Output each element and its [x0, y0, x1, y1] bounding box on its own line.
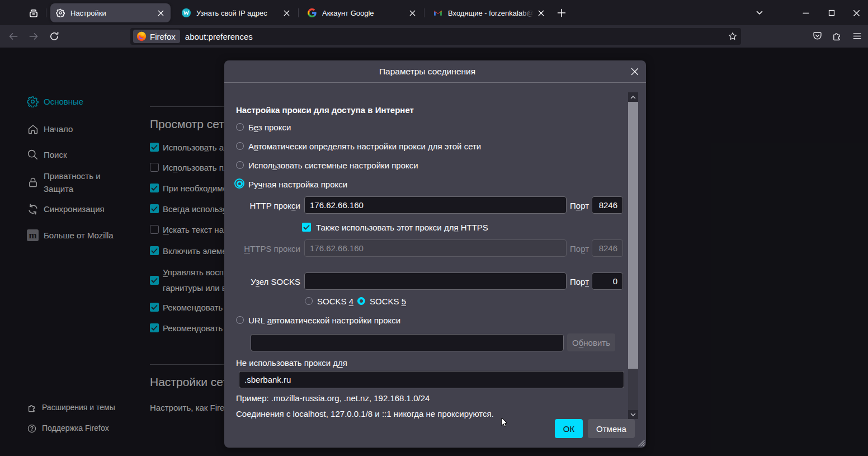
connection-settings-dialog: Параметры соединения Настройка прокси дл… [224, 60, 646, 448]
tab-close-icon[interactable] [157, 9, 165, 17]
socks-port-label: Порт [570, 277, 589, 286]
socks-host-label: Узел SOCKS [224, 277, 300, 286]
refresh-button: Обновить [567, 333, 615, 351]
tab-title-fade [520, 9, 534, 17]
socks-host-input[interactable] [304, 272, 567, 290]
tab-close-icon[interactable] [282, 9, 291, 17]
dialog-title: Параметры соединения [379, 67, 475, 77]
tab-gmail-inbox[interactable]: Входящие - forzenkalab@gmai [428, 3, 551, 22]
tab-close-icon[interactable] [537, 9, 545, 17]
tab-ip-address[interactable]: Узнать свой IP адрес [176, 3, 296, 22]
http-proxy-label: HTTP прокси [224, 201, 300, 210]
tab-title: Входящие - forzenkalab@gmai [448, 9, 534, 17]
tab-title: Узнать свой IP адрес [196, 9, 279, 17]
dialog-titlebar: Параметры соединения [224, 60, 646, 83]
radio-autoconfig-url[interactable] [236, 316, 244, 324]
https-proxy-label: HTTPS прокси [224, 244, 300, 253]
tab-separator [298, 8, 299, 17]
radio-socks5[interactable] [357, 297, 365, 305]
radio-no-proxy[interactable] [236, 123, 244, 131]
w-badge-icon [182, 8, 191, 17]
radio-manual-proxy-label: Ручная настройка прокси [248, 180, 347, 189]
scrollbar-down-icon[interactable] [628, 410, 638, 419]
radio-system-proxy[interactable] [236, 161, 244, 169]
radio-autoconfig-url-label: URL автоматической настройки прокси [248, 316, 400, 325]
gear-icon [56, 8, 65, 17]
tab-title: Аккаунт Google [322, 9, 405, 17]
resize-grip-icon[interactable] [637, 439, 645, 446]
cancel-button[interactable]: Отмена [588, 419, 635, 438]
https-proxy-input: 176.62.66.160 [304, 239, 567, 257]
scrollbar-thumb[interactable] [628, 102, 638, 369]
radio-socks4-label: SOCKS 4 [317, 297, 353, 306]
ok-button[interactable]: ОК [555, 419, 583, 438]
extensions-icon[interactable] [832, 31, 843, 42]
http-proxy-input[interactable]: 176.62.66.160 [304, 196, 567, 214]
window-close-button[interactable] [851, 7, 862, 18]
radio-no-proxy-label: Без прокси [248, 123, 291, 132]
mouse-cursor [499, 417, 511, 429]
url-text: about:preferences [185, 32, 253, 41]
google-icon [308, 8, 317, 17]
tab-close-icon[interactable] [408, 9, 417, 17]
note-text: Соединения с localhost, 127.0.0.1/8 и ::… [236, 409, 494, 419]
forward-button[interactable] [28, 31, 39, 42]
radio-manual-proxy[interactable] [234, 178, 244, 189]
radio-auto-detect[interactable] [236, 142, 244, 150]
tab-settings[interactable]: Настройки [50, 3, 171, 22]
dialog-close-icon[interactable] [630, 67, 639, 76]
preferences-page: Основные Начало Поиск Приватность и Защи… [0, 48, 868, 456]
radio-socks4[interactable] [305, 297, 313, 305]
example-text: Пример: .mozilla-russia.org, .net.nz, 19… [236, 393, 430, 403]
http-port-label: Порт [570, 201, 589, 210]
firefox-view-icon[interactable] [27, 6, 40, 20]
gmail-icon [433, 8, 442, 17]
https-port-label: Порт [570, 244, 589, 253]
https-share-checkbox[interactable] [302, 223, 311, 232]
no-proxy-input[interactable]: .sberbank.ru [239, 371, 624, 388]
https-share-label: Также использовать этот прокси для HTTPS [316, 223, 488, 232]
bookmark-star-icon[interactable] [728, 32, 737, 41]
pocket-icon[interactable] [812, 31, 823, 42]
menu-hamburger-icon[interactable] [852, 31, 863, 42]
radio-auto-detect-label: Автоматически определять настройки прокс… [248, 142, 481, 151]
new-tab-button[interactable] [556, 7, 567, 18]
reload-button[interactable] [49, 31, 60, 42]
url-bar[interactable]: Firefox about:preferences [130, 28, 741, 45]
firefox-logo-icon [136, 31, 147, 41]
identity-label: Firefox [150, 32, 176, 41]
socks-port-input[interactable]: 0 [592, 272, 623, 290]
identity-chip[interactable]: Firefox [133, 30, 180, 43]
firefox-window: Настройки Узнать свой IP адрес [0, 0, 868, 456]
tab-separator [424, 8, 424, 17]
window-maximize-button[interactable] [826, 7, 837, 18]
tab-separator [46, 8, 46, 17]
autoconfig-url-input[interactable] [251, 334, 564, 351]
list-all-tabs-button[interactable] [754, 7, 765, 18]
tab-bar: Настройки Узнать свой IP адрес [0, 0, 868, 25]
proxy-heading: Настройка прокси для доступа в Интернет [236, 105, 414, 115]
no-proxy-label: Не использовать прокси для [236, 358, 347, 368]
navigation-toolbar: Firefox about:preferences [0, 25, 868, 48]
http-port-input[interactable]: 8246 [592, 196, 623, 214]
scrollbar-up-icon[interactable] [628, 92, 638, 102]
radio-socks5-label: SOCKS 5 [370, 297, 406, 306]
tab-google-account[interactable]: Аккаунт Google [302, 3, 422, 22]
window-minimize-button[interactable] [800, 7, 812, 18]
radio-system-proxy-label: Использовать системные настройки прокси [248, 161, 418, 170]
https-port-input: 8246 [592, 239, 623, 257]
back-button[interactable] [8, 31, 19, 42]
tab-title: Настройки [70, 9, 153, 17]
